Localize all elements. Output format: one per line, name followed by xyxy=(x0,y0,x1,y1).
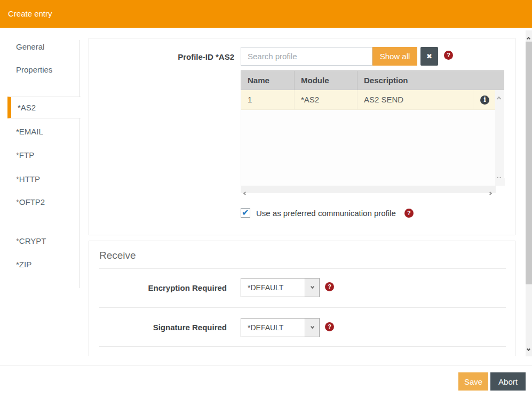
preferred-profile-row: ✔ Use as preferred communication profile… xyxy=(241,208,414,218)
show-all-button[interactable]: Show all xyxy=(372,47,417,66)
profile-help-icon[interactable]: ? xyxy=(444,51,453,60)
column-header-name: Name xyxy=(241,71,295,90)
field-divider xyxy=(99,346,506,347)
sidebar-item-oftp2[interactable]: *OFTP2 xyxy=(16,197,45,207)
signature-required-select[interactable]: *DEFAULT xyxy=(241,318,320,337)
sidebar-item-http[interactable]: *HTTP xyxy=(16,174,40,184)
abort-button[interactable]: Abort xyxy=(490,372,526,391)
column-header-description: Description xyxy=(358,71,504,90)
receive-panel: Receive Encryption Required *DEFAULT ? S… xyxy=(89,241,515,356)
scroll-left-icon[interactable] xyxy=(244,187,247,197)
page-scroll-up-icon[interactable] xyxy=(527,33,530,42)
sidebar-item-zip[interactable]: *ZIP xyxy=(16,260,31,269)
sidebar-item-ftp[interactable]: *FTP xyxy=(16,150,34,160)
scroll-right-icon[interactable] xyxy=(489,187,491,197)
sidebar-item-email[interactable]: *EMAIL xyxy=(16,127,43,137)
cell-name: 1 xyxy=(241,90,295,109)
sidebar-item-general[interactable]: General xyxy=(16,42,44,52)
cell-info: i xyxy=(473,90,496,109)
sidebar-divider xyxy=(80,40,80,288)
chevron-down-icon xyxy=(305,319,319,337)
profile-id-label: Profile-ID *AS2 xyxy=(89,52,234,61)
profile-table: Name Module Description 1 *AS2 AS2 SEND … xyxy=(241,70,504,193)
x-icon: ✖ xyxy=(426,52,432,60)
cell-description: AS2 SEND xyxy=(358,90,473,109)
column-header-module: Module xyxy=(295,71,358,90)
encryption-help-icon[interactable]: ? xyxy=(325,282,334,291)
cell-module: *AS2 xyxy=(295,90,358,109)
search-profile-input[interactable] xyxy=(241,47,372,66)
info-icon[interactable]: i xyxy=(480,95,489,105)
clear-search-button[interactable]: ✖ xyxy=(420,47,438,66)
signature-required-label: Signature Required xyxy=(89,323,227,332)
table-vertical-scrollbar[interactable] xyxy=(495,90,504,186)
scrollbar-corner xyxy=(496,178,505,186)
preferred-profile-help-icon[interactable]: ? xyxy=(404,209,414,218)
page-title: Create entry xyxy=(8,0,52,28)
chevron-down-icon xyxy=(305,278,319,297)
encryption-required-select[interactable]: *DEFAULT xyxy=(241,278,320,297)
page-scrollbar-thumb[interactable] xyxy=(526,42,532,284)
sidebar-item-properties[interactable]: Properties xyxy=(16,65,52,75)
receive-section-title: Receive xyxy=(99,250,136,261)
profile-table-header: Name Module Description xyxy=(241,70,504,90)
sidebar-item-crypt[interactable]: *CRYPT xyxy=(16,236,46,246)
checkmark-icon: ✔ xyxy=(242,208,249,218)
table-row[interactable]: 1 *AS2 AS2 SEND i xyxy=(241,90,496,110)
preferred-profile-checkbox[interactable]: ✔ xyxy=(241,208,250,218)
save-button[interactable]: Save xyxy=(458,372,488,391)
footer-divider xyxy=(0,365,532,365)
profile-table-body: 1 *AS2 AS2 SEND i xyxy=(241,90,504,186)
table-horizontal-scrollbar[interactable] xyxy=(241,186,496,193)
section-divider xyxy=(99,268,506,269)
encryption-required-label: Encryption Required xyxy=(89,283,227,292)
page-scroll-down-icon[interactable] xyxy=(527,343,530,353)
scroll-up-icon[interactable] xyxy=(497,93,501,102)
sidebar-item-as2-active[interactable]: *AS2 xyxy=(7,97,81,118)
field-divider xyxy=(99,307,506,308)
page-scrollbar[interactable] xyxy=(526,30,532,356)
preferred-profile-label: Use as preferred communication profile xyxy=(256,209,396,218)
profile-panel: Profile-ID *AS2 Show all ✖ ? Name Module… xyxy=(89,38,515,235)
title-bar: Create entry xyxy=(0,0,532,28)
signature-help-icon[interactable]: ? xyxy=(325,322,334,331)
